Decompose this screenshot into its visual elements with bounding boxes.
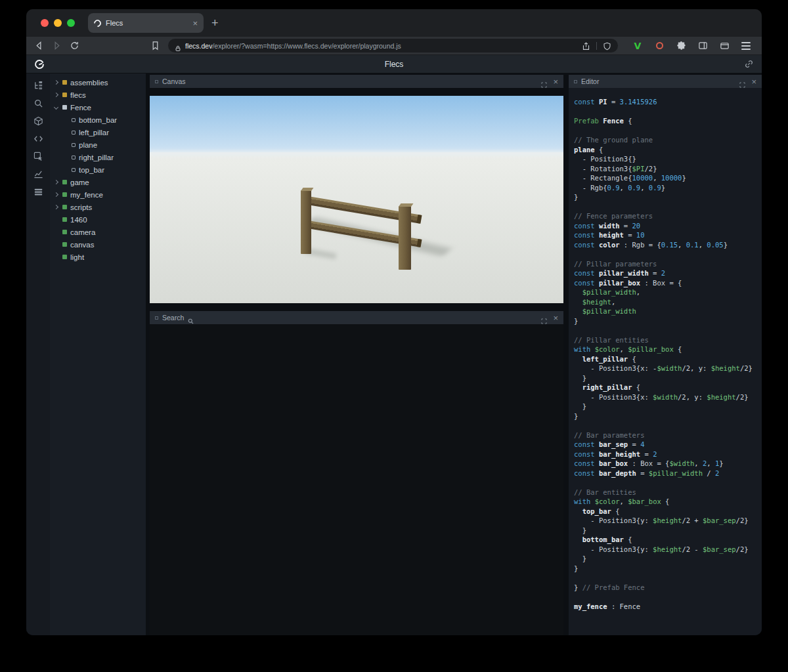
- entity-entity-icon: [62, 230, 67, 234]
- tree-item-label: top_bar: [79, 166, 104, 174]
- tool-tree-icon[interactable]: [31, 79, 45, 91]
- tool-code-icon[interactable]: [31, 133, 45, 144]
- tree-item-1460[interactable]: 1460: [50, 213, 146, 226]
- chevron-right-icon[interactable]: [53, 204, 59, 210]
- chevron-down-icon[interactable]: [53, 104, 59, 110]
- chevron-right-icon[interactable]: [53, 179, 59, 185]
- shield-icon[interactable]: [603, 41, 611, 50]
- tree-item-flecs[interactable]: flecs: [50, 89, 146, 101]
- forward-button[interactable]: [52, 41, 62, 51]
- tree-item-plane[interactable]: plane: [50, 138, 146, 151]
- tree-item-bottom_bar[interactable]: bottom_bar: [50, 114, 146, 126]
- editor-panel-actions: ×: [739, 77, 756, 86]
- share-icon[interactable]: [582, 41, 590, 50]
- code-line: plane {: [574, 145, 759, 155]
- back-button[interactable]: [34, 41, 44, 51]
- chevron-spacer: [53, 254, 59, 260]
- tree-item-label: Fence: [70, 104, 91, 112]
- tree-item-camera[interactable]: camera: [50, 226, 146, 238]
- code-line: right_pillar {: [574, 383, 759, 392]
- search-icon: [188, 315, 194, 321]
- code-line: bottom_bar {: [574, 535, 759, 545]
- tool-search-icon[interactable]: [31, 97, 45, 109]
- extensions-puzzle-icon[interactable]: [676, 41, 686, 51]
- entity-entity-icon: [62, 217, 67, 222]
- expand-icon[interactable]: [541, 315, 547, 321]
- chevron-spacer: [62, 129, 68, 135]
- close-icon[interactable]: ×: [553, 77, 558, 86]
- search-panel-actions: ×: [541, 314, 558, 322]
- tree-item-light[interactable]: light: [50, 251, 146, 263]
- tree-item-Fence[interactable]: Fence: [50, 101, 146, 114]
- left-pillar-mesh: [301, 190, 311, 254]
- expand-icon[interactable]: [541, 79, 547, 85]
- 3d-viewport[interactable]: [150, 96, 563, 303]
- code-line: - Position3{y: $height/2 + $bar_sep/2}: [574, 516, 759, 526]
- v-extension-icon[interactable]: V: [632, 41, 643, 51]
- search-results-area[interactable]: [150, 324, 563, 635]
- code-line: - Position3{y: $height/2 - $bar_sep/2}: [574, 545, 759, 555]
- close-window-button[interactable]: [41, 19, 49, 27]
- tool-list-icon[interactable]: [31, 186, 45, 198]
- entity-entity-icon: [62, 192, 67, 197]
- ring-extension-icon[interactable]: [654, 41, 665, 51]
- chevron-right-icon[interactable]: [53, 79, 59, 85]
- tab-close-icon[interactable]: ×: [192, 19, 198, 28]
- code-line: const bar_sep = 4: [574, 440, 759, 450]
- page-title: Flecs: [26, 60, 762, 69]
- tree-item-left_pillar[interactable]: left_pillar: [50, 126, 146, 138]
- code-line: [574, 421, 759, 430]
- tree-item-label: my_fence: [70, 191, 103, 199]
- browser-tab[interactable]: Flecs ×: [88, 13, 204, 33]
- chevron-right-icon[interactable]: [53, 92, 59, 98]
- tree-item-label: left_pillar: [79, 129, 109, 136]
- code-line: [574, 573, 759, 583]
- tool-entities-icon[interactable]: [31, 115, 45, 127]
- app-header: Flecs: [26, 55, 762, 74]
- code-line: }: [574, 564, 759, 574]
- tree-item-scripts[interactable]: scripts: [50, 201, 146, 213]
- tree-item-assemblies[interactable]: assemblies: [50, 76, 146, 89]
- lock-icon: [175, 43, 181, 49]
- sidebar-toggle-icon[interactable]: [697, 41, 708, 51]
- minimize-window-button[interactable]: [54, 19, 62, 27]
- tree-item-right_pillar[interactable]: right_pillar: [50, 151, 146, 163]
- menu-icon[interactable]: [741, 41, 751, 51]
- zoom-window-button[interactable]: [67, 19, 75, 27]
- tree-item-canvas[interactable]: canvas: [50, 238, 146, 251]
- code-line: }: [574, 316, 759, 326]
- code-area[interactable]: const PI = 3.1415926 Prefab Fence { // T…: [569, 88, 762, 635]
- code-line: const PI = 3.1415926: [574, 97, 759, 107]
- code-line: const bar_depth = $pillar_width / 2: [574, 469, 759, 478]
- tool-inspect-icon[interactable]: [31, 150, 45, 162]
- entity-child-icon: [72, 118, 76, 122]
- reload-button[interactable]: [70, 41, 79, 51]
- code-line: top_bar {: [574, 507, 759, 516]
- bookmark-icon[interactable]: [150, 41, 160, 51]
- close-icon[interactable]: ×: [751, 77, 756, 86]
- code-line: }: [574, 192, 759, 202]
- wallet-icon[interactable]: [719, 41, 730, 51]
- code-line: } // Prefab Fence: [574, 583, 759, 593]
- tree-item-game[interactable]: game: [50, 176, 146, 188]
- tool-rail: [26, 74, 50, 635]
- chevron-right-icon[interactable]: [53, 192, 59, 198]
- code-line: }: [574, 411, 759, 421]
- tree-item-label: right_pillar: [79, 154, 114, 161]
- tree-item-top_bar[interactable]: top_bar: [50, 163, 146, 176]
- entity-tree: assembliesflecsFencebottom_barleft_pilla…: [50, 74, 146, 635]
- tool-stats-icon[interactable]: [31, 168, 45, 180]
- editor-panel-title: Editor: [581, 77, 599, 85]
- tree-item-label: camera: [70, 228, 95, 236]
- url-bar[interactable]: flecs.dev/explorer/?wasm=https://www.fle…: [168, 39, 618, 52]
- new-tab-button[interactable]: +: [211, 17, 219, 29]
- close-icon[interactable]: ×: [553, 314, 558, 322]
- code-line: with $color, $pillar_box {: [574, 345, 759, 354]
- code-line: - Position3{}: [574, 154, 759, 164]
- tree-item-my_fence[interactable]: my_fence: [50, 188, 146, 201]
- code-line: // Pillar parameters: [574, 259, 759, 269]
- expand-icon[interactable]: [739, 79, 745, 85]
- url-text: flecs.dev/explorer/?wasm=https://www.fle…: [185, 42, 401, 50]
- flecs-favicon-icon: [93, 18, 103, 28]
- link-icon[interactable]: [744, 59, 754, 69]
